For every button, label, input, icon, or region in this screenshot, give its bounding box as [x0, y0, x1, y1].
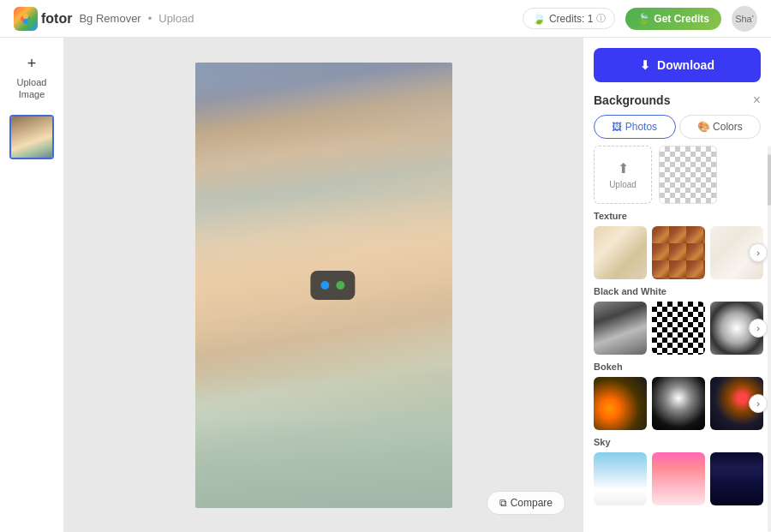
tool-box[interactable] — [310, 271, 355, 300]
left-sidebar: + UploadImage — [0, 38, 64, 532]
right-panel: ⬇ Download Backgrounds × 🖼 Photos 🎨 Colo… — [583, 38, 771, 532]
breadcrumb: Upload — [158, 12, 194, 25]
colors-tab-icon: 🎨 — [697, 121, 710, 133]
bg-upload-cell[interactable]: ⬆ Upload — [594, 146, 652, 204]
compare-button[interactable]: ⧉ Compare — [487, 491, 565, 515]
bokeh-arrow[interactable]: › — [749, 394, 768, 413]
credits-badge: 🍃 Credits: 1 ⓘ — [523, 8, 615, 29]
upload-row: ⬆ Upload — [594, 146, 761, 204]
green-dot — [336, 281, 344, 290]
texture-section-row: › — [594, 226, 761, 279]
fotor-logo-icon — [14, 7, 38, 31]
canvas-image — [195, 63, 452, 508]
photos-tab-label: Photos — [625, 121, 657, 133]
tabs-container: 🖼 Photos 🎨 Colors — [583, 115, 771, 146]
download-button[interactable]: ⬇ Download — [594, 48, 761, 82]
texture-section-title: Texture — [594, 211, 761, 221]
svg-point-2 — [23, 14, 28, 19]
bg-upload-label: Upload — [609, 180, 637, 189]
sky-thumb-2[interactable] — [652, 452, 705, 505]
get-credits-leaf-icon: 🍃 — [637, 13, 650, 25]
sky-thumb-1[interactable] — [594, 452, 647, 505]
bw-thumb-1[interactable] — [594, 302, 647, 355]
panel-title: Backgrounds — [594, 93, 670, 107]
avatar[interactable]: Sha' — [732, 6, 757, 32]
tab-photos[interactable]: 🖼 Photos — [594, 115, 676, 139]
compare-label: Compare — [511, 497, 553, 509]
compare-icon: ⧉ — [499, 497, 507, 509]
panel-header: Backgrounds × — [583, 93, 771, 115]
credits-label: Credits: 1 — [549, 13, 593, 25]
bokeh-thumb-1[interactable] — [594, 377, 647, 430]
leaf-icon: 🍃 — [532, 12, 546, 25]
get-credits-label: Get Credits — [654, 13, 709, 25]
canvas-area: ⧉ Compare — [64, 38, 583, 532]
close-button[interactable]: × — [753, 93, 761, 108]
colors-tab-label: Colors — [713, 121, 743, 133]
header-right: 🍃 Credits: 1 ⓘ 🍃 Get Credits Sha' — [523, 6, 757, 32]
download-label: Download — [657, 58, 714, 72]
sky-section-title: Sky — [594, 437, 761, 447]
main-layout: + UploadImage ⧉ Compare ⬇ Download — [0, 38, 771, 532]
thumbnail-preview — [11, 117, 52, 158]
texture-thumb-1[interactable] — [594, 226, 647, 279]
upload-image-button[interactable]: + UploadImage — [10, 48, 54, 108]
texture-thumb-2[interactable] — [652, 226, 705, 279]
download-icon: ⬇ — [640, 58, 650, 72]
blue-dot — [320, 281, 329, 290]
get-credits-button[interactable]: 🍃 Get Credits — [625, 8, 721, 30]
info-icon: ⓘ — [596, 12, 606, 25]
scrollbar-track — [768, 146, 771, 532]
breadcrumb-separator: • — [148, 12, 152, 25]
sky-section-row — [594, 452, 761, 505]
bw-section-row: › — [594, 302, 761, 355]
texture-arrow[interactable]: › — [749, 243, 768, 262]
bw-thumb-2[interactable] — [652, 302, 705, 355]
tab-colors[interactable]: 🎨 Colors — [679, 115, 762, 139]
header: fotor Bg Remover • Upload 🍃 Credits: 1 ⓘ… — [0, 0, 771, 38]
bg-content: ⬆ Upload Texture › Black and White — [583, 146, 771, 512]
thumbnail-item[interactable] — [9, 115, 54, 159]
svg-point-3 — [23, 19, 28, 24]
scrollbar-thumb[interactable] — [768, 154, 771, 206]
bw-section-title: Black and White — [594, 286, 761, 296]
upload-label: UploadImage — [17, 76, 47, 101]
panel-scroll-container: ⬆ Upload Texture › Black and White — [583, 146, 771, 532]
sky-thumb-3[interactable] — [710, 452, 763, 505]
photos-tab-icon: 🖼 — [612, 121, 622, 133]
bw-arrow[interactable]: › — [749, 319, 768, 338]
bokeh-thumb-2[interactable] — [652, 377, 705, 430]
bokeh-section-row: › — [594, 377, 761, 430]
header-left: fotor Bg Remover • Upload — [14, 7, 194, 31]
bokeh-section-title: Bokeh — [594, 362, 761, 372]
logo-text: fotor — [41, 11, 72, 27]
fotor-logo: fotor — [14, 7, 72, 31]
upload-arrow-icon: ⬆ — [618, 160, 629, 176]
transparent-bg-option[interactable] — [659, 146, 717, 204]
tool-name: Bg Remover — [79, 12, 140, 25]
plus-icon: + — [27, 55, 37, 73]
avatar-label: Sha' — [735, 14, 754, 24]
